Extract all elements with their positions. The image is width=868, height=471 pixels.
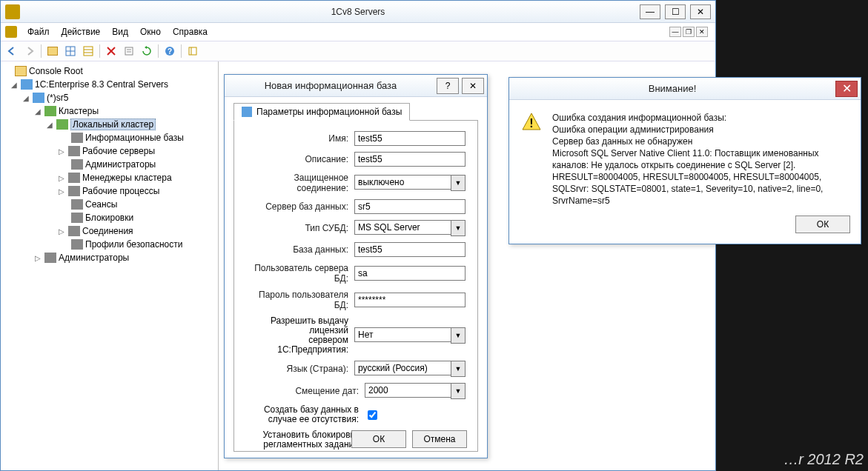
properties-button[interactable] (121, 43, 137, 59)
mdi-close[interactable]: ✕ (696, 27, 708, 37)
input-dbuser[interactable] (354, 266, 466, 281)
input-secure[interactable] (354, 175, 451, 190)
label-dateoff: Смещение дат: (246, 386, 365, 396)
warning-icon: ! (521, 112, 542, 133)
input-dbserver[interactable] (354, 199, 466, 214)
dropdown-license[interactable]: ▼ (451, 327, 466, 344)
svg-text:!: ! (529, 117, 533, 130)
tree-central-servers[interactable]: ◢1C:Enterprise 8.3 Central Servers (1, 78, 218, 91)
svg-rect-8 (125, 47, 133, 55)
mdi-restore[interactable]: ❐ (683, 27, 695, 37)
menu-action[interactable]: Действие (56, 25, 107, 39)
input-dateoff[interactable] (365, 383, 451, 398)
menu-window[interactable]: Окно (134, 25, 167, 39)
alert-ok-button[interactable]: ОК (795, 216, 850, 233)
desktop-watermark: …r 2012 R2 (783, 451, 864, 468)
grid-button[interactable] (62, 43, 79, 59)
alert-titlebar: Внимание! ✕ (509, 78, 861, 100)
app-icon (5, 4, 20, 19)
label-dbuser: Пользователь сервера БД: (246, 263, 354, 284)
input-db[interactable] (354, 242, 466, 257)
label-desc: Описание: (246, 154, 354, 164)
cancel-button[interactable]: Отмена (412, 430, 467, 448)
menu-help[interactable]: Справка (167, 25, 213, 39)
input-lang[interactable] (354, 361, 451, 375)
input-desc[interactable] (354, 152, 466, 167)
folder-button[interactable] (44, 43, 61, 59)
tree-clusters[interactable]: ◢Кластеры (1, 104, 218, 118)
label-db: База данных: (246, 244, 354, 255)
tree-console-root[interactable]: Console Root (1, 64, 218, 78)
label-block: Установить блокировкурегламентных задани… (246, 430, 365, 450)
label-name: Имя: (246, 133, 354, 144)
tree-processes[interactable]: ▷Рабочие процессы (1, 184, 218, 198)
alert-dialog: Внимание! ✕ ! Ошибка создания информацио… (508, 77, 861, 244)
window-title: 1Cv8 Servers (331, 7, 385, 17)
label-secure: Защищенное соединение: (246, 173, 354, 193)
toolbar: ? (1, 41, 715, 61)
refresh-button[interactable] (139, 43, 155, 59)
dropdown-lang[interactable]: ▼ (451, 361, 466, 377)
dropdown-secure[interactable]: ▼ (451, 175, 466, 191)
label-dbserver: Сервер баз данных: (246, 201, 354, 212)
tree-infobases[interactable]: Информационные базы (1, 131, 218, 144)
tree-sr5[interactable]: ◢(*)sr5 (1, 91, 218, 104)
ok-button[interactable]: ОК (351, 430, 406, 448)
extra-button[interactable] (185, 43, 201, 59)
new-infobase-dialog: Новая информационная база ? ✕ Параметры … (224, 74, 488, 458)
menubar: Файл Действие Вид Окно Справка — ❐ ✕ (1, 23, 715, 41)
alert-title: Внимание! (509, 83, 835, 94)
delete-button[interactable] (103, 43, 119, 59)
label-license: Разрешить выдачу лицензийсервером 1С:Пре… (246, 316, 354, 355)
tree-locks[interactable]: Блокировки (1, 211, 218, 224)
dialog-titlebar: Новая информационная база ? ✕ (225, 75, 487, 97)
list-button[interactable] (80, 43, 96, 59)
label-lang: Язык (Страна): (246, 364, 354, 374)
tree-local-cluster[interactable]: ◢Локальный кластер (1, 118, 218, 131)
dialog-title: Новая информационная база (225, 80, 437, 91)
tree-sessions[interactable]: Сеансы (1, 198, 218, 211)
input-name[interactable] (354, 131, 466, 146)
input-license[interactable] (354, 327, 451, 342)
tree-admins[interactable]: Администраторы (1, 158, 218, 171)
titlebar: 1Cv8 Servers — ☐ ✕ (1, 1, 715, 23)
input-dbtype[interactable] (354, 220, 451, 235)
checkbox-createdb[interactable] (368, 410, 377, 420)
alert-close-button[interactable]: ✕ (835, 81, 858, 97)
close-button[interactable]: ✕ (690, 4, 711, 19)
dialog-help-button[interactable]: ? (437, 78, 459, 94)
tree-security[interactable]: Профили безопасности (1, 238, 218, 251)
mdi-minimize[interactable]: — (669, 27, 681, 37)
label-dbtype: Тип СУБД: (246, 223, 354, 233)
forward-button[interactable] (21, 43, 38, 59)
label-dbpass: Пароль пользователя БД: (246, 290, 354, 310)
menubar-icon (5, 26, 17, 38)
minimize-button[interactable]: — (640, 4, 660, 19)
tree-work-servers[interactable]: ▷Рабочие серверы (1, 144, 218, 158)
maximize-button[interactable]: ☐ (665, 4, 686, 19)
alert-text: Ошибка создания информационной базы: Оши… (552, 112, 849, 207)
svg-rect-3 (84, 47, 93, 56)
menu-file[interactable]: Файл (21, 25, 56, 39)
input-dbpass[interactable] (354, 293, 466, 307)
dropdown-dateoff[interactable]: ▼ (451, 383, 466, 399)
back-button[interactable] (4, 43, 20, 59)
params-tab[interactable]: Параметры информационной базы (233, 103, 410, 121)
svg-rect-13 (189, 47, 196, 55)
svg-text:?: ? (168, 47, 172, 56)
tree-managers[interactable]: ▷Менеджеры кластера (1, 171, 218, 184)
menu-view[interactable]: Вид (106, 25, 134, 39)
help-button[interactable]: ? (162, 43, 178, 59)
tree-connections[interactable]: ▷Соединения (1, 224, 218, 238)
dropdown-dbtype[interactable]: ▼ (451, 220, 466, 236)
params-panel: Имя: Описание: Защищенное соединение:▼ С… (233, 120, 478, 452)
dialog-close-button[interactable]: ✕ (462, 78, 484, 94)
tree-pane[interactable]: Console Root ◢1C:Enterprise 8.3 Central … (1, 61, 219, 470)
database-icon (242, 107, 252, 117)
label-createdb: Создать базу данных вслучае ее отсутстви… (246, 405, 365, 424)
tree-administrators[interactable]: ▷Администраторы (1, 251, 218, 264)
